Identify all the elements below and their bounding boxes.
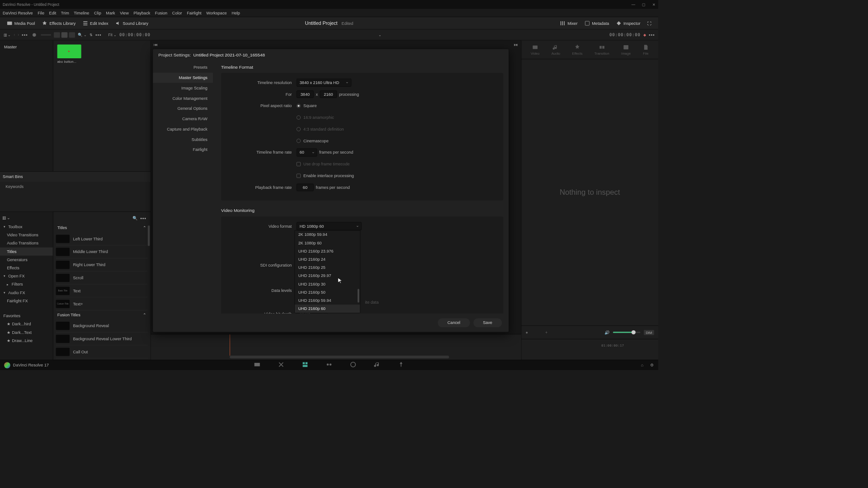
nav-subtitles[interactable]: Subtitles	[153, 134, 213, 145]
dropdown-option[interactable]: 2K 1080p 59.94	[295, 230, 360, 239]
page-edit[interactable]	[302, 361, 308, 369]
playback-framerate-input[interactable]	[297, 183, 314, 191]
go-start-icon[interactable]: ⏮	[154, 42, 158, 47]
scrollbar[interactable]	[148, 225, 150, 246]
height-input[interactable]	[320, 90, 337, 98]
dim-button[interactable]: DIM	[644, 330, 654, 335]
more-icon[interactable]: •••	[649, 32, 655, 38]
inspector-tab-file[interactable]: File	[642, 44, 649, 55]
minimize-icon[interactable]: —	[632, 2, 635, 7]
title-preset[interactable]: Left Lower Third	[56, 232, 148, 245]
radio-169[interactable]	[297, 116, 301, 120]
search-icon[interactable]: 🔍 ⌄	[78, 33, 87, 37]
page-deliver[interactable]	[398, 361, 405, 369]
nav-filters[interactable]: ▸Filters	[0, 280, 53, 288]
menu-item[interactable]: Workspace	[206, 10, 226, 15]
fusion-preset[interactable]: Background Reveal Lower Third	[56, 333, 148, 346]
menu-item[interactable]: Playback	[133, 10, 150, 15]
dropdown-option[interactable]: UHD 2160p 23.976	[295, 247, 360, 255]
check-dropframe[interactable]	[297, 162, 301, 166]
nav-prev-icon[interactable]: ‹	[14, 33, 15, 37]
fit-dropdown[interactable]: Fit ⌄	[108, 33, 117, 37]
dropdown-option[interactable]: UHD 2160p 59.94	[295, 296, 360, 305]
clip-item[interactable]: ▶ abo button...	[57, 45, 81, 64]
nav-master-settings[interactable]: Master Settings	[153, 73, 213, 83]
grid-view-icon[interactable]	[61, 32, 68, 38]
fusion-preset[interactable]: Call Out	[56, 345, 148, 358]
radio-cinemascope[interactable]	[297, 139, 301, 143]
menu-item[interactable]: Help	[231, 10, 240, 15]
menu-item[interactable]: Edit	[49, 10, 57, 15]
nav-titles[interactable]: Titles	[0, 247, 53, 255]
more-icon[interactable]: •••	[22, 32, 28, 38]
layout-icon[interactable]: ▥ ⌄	[4, 33, 11, 37]
inspector-tab-video[interactable]: Video	[531, 44, 539, 55]
playhead[interactable]	[230, 334, 230, 356]
home-icon[interactable]: ⌂	[641, 363, 643, 368]
menu-item[interactable]: File	[38, 10, 44, 15]
master-bin[interactable]: Master	[3, 43, 50, 51]
list-view-icon[interactable]	[69, 32, 75, 38]
menu-item[interactable]: Timeline	[74, 10, 89, 15]
mixer-button[interactable]: Mixer	[557, 19, 581, 27]
video-format-dropdown[interactable]: HD 1080p 60	[297, 222, 362, 230]
dropdown-option[interactable]: UHD 2160p 25	[295, 263, 360, 272]
fusion-preset[interactable]: Background Reveal	[56, 319, 148, 333]
scrollbar[interactable]	[230, 356, 449, 358]
layout-icon[interactable]: ▥ ⌄	[0, 213, 53, 223]
nav-general[interactable]: General Options	[153, 103, 213, 114]
inspector-tab-image[interactable]: Image	[621, 44, 631, 55]
menu-item[interactable]: Color	[172, 10, 182, 15]
nav-video-transitions[interactable]: Video Transitions	[0, 231, 53, 239]
menu-item[interactable]: DaVinci Resolve	[3, 10, 33, 15]
chevron-down-icon[interactable]: ⌄	[378, 33, 382, 37]
dropdown-option[interactable]: UHD 2160p 29.97	[295, 272, 360, 280]
scrollbar[interactable]	[358, 289, 359, 302]
dropdown-option[interactable]: UHD 2160p 30	[295, 280, 360, 288]
media-pool-button[interactable]: Media Pool	[4, 19, 38, 27]
nav-fairlight[interactable]: Fairlight	[153, 145, 213, 155]
width-input[interactable]	[297, 90, 314, 98]
more-icon[interactable]: •••	[140, 216, 146, 221]
thumb-view-icon[interactable]	[54, 32, 60, 38]
inspector-tab-audio[interactable]: Audio	[552, 44, 560, 55]
dropdown-option[interactable]: 2K 1080p 60	[295, 239, 360, 247]
inspector-tab-transition[interactable]: Transition	[594, 44, 609, 55]
check-interlace[interactable]	[297, 174, 301, 178]
timeline-resolution-dropdown[interactable]: 3840 x 2160 Ultra HD	[297, 79, 351, 87]
dropdown-option[interactable]: UHD 2160p 24	[295, 255, 360, 263]
maximize-icon[interactable]: ▢	[642, 2, 646, 7]
nav-color-mgmt[interactable]: Color Management	[153, 93, 213, 103]
fav-item[interactable]: ★ Draw...Line	[0, 337, 53, 345]
toolbox-group[interactable]: ▾Toolbox	[0, 223, 53, 231]
record-icon[interactable]	[33, 33, 36, 37]
nav-audio-transitions[interactable]: Audio Transitions	[0, 239, 53, 247]
volume-slider[interactable]	[613, 332, 641, 333]
page-media[interactable]	[254, 361, 260, 369]
menu-item[interactable]: Mark	[106, 10, 115, 15]
fav-item[interactable]: ★ Dark...hird	[0, 320, 53, 328]
add-icon[interactable]: +	[545, 330, 547, 335]
audiofx-group[interactable]: ▾Audio FX	[0, 288, 53, 296]
nav-capture[interactable]: Capture and Playback	[153, 124, 213, 135]
timeline-framerate-dropdown[interactable]: 60	[297, 148, 317, 156]
nav-camera-raw[interactable]: Camera RAW	[153, 114, 213, 124]
cancel-button[interactable]: Cancel	[438, 318, 470, 327]
radio-43[interactable]	[297, 127, 301, 131]
page-cut[interactable]	[278, 361, 284, 369]
settings-icon[interactable]: ⚙	[650, 363, 654, 368]
nav-effects[interactable]: Effects	[0, 264, 53, 272]
page-fusion[interactable]	[326, 361, 332, 369]
openfx-group[interactable]: ▾Open FX	[0, 272, 53, 280]
title-preset[interactable]: Scroll	[56, 272, 148, 285]
nav-presets[interactable]: Presets	[153, 62, 213, 73]
titles-header[interactable]: Titles⌃	[56, 223, 148, 232]
close-icon[interactable]: ✕	[652, 2, 656, 7]
metadata-button[interactable]: Metadata	[581, 19, 613, 27]
effects-library-button[interactable]: Effects Library	[38, 19, 79, 27]
fusion-titles-header[interactable]: Fusion Titles⌃	[56, 310, 148, 319]
nav-next-icon[interactable]: ›	[18, 33, 19, 37]
title-preset[interactable]: Middle Lower Third	[56, 245, 148, 258]
menu-item[interactable]: Trim	[61, 10, 69, 15]
dropdown-option[interactable]: UHD 2160p 60	[295, 305, 360, 313]
